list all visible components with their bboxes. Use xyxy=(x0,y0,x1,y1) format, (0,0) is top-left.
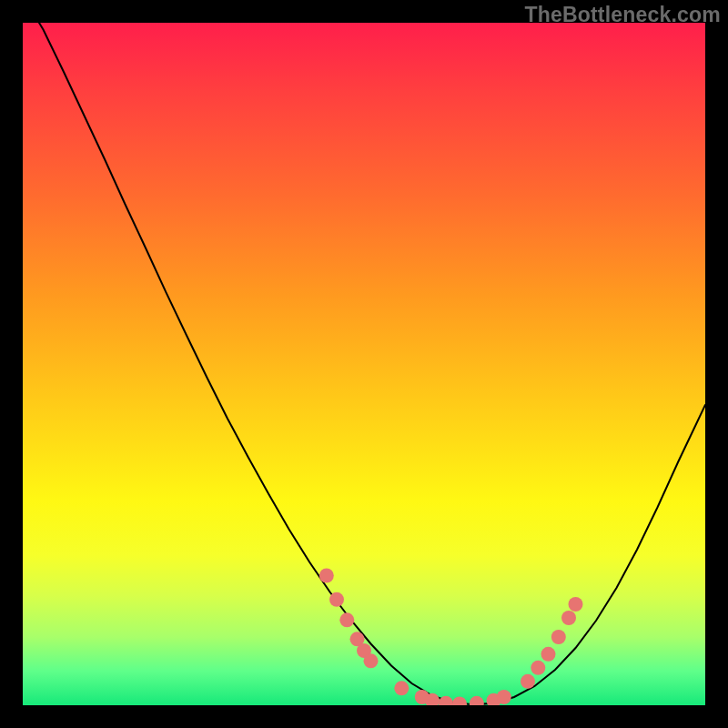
data-marker xyxy=(364,653,379,668)
data-marker xyxy=(497,690,511,704)
data-markers xyxy=(319,569,583,706)
data-marker xyxy=(339,612,354,627)
chart-svg xyxy=(23,23,705,705)
data-marker xyxy=(541,647,556,662)
data-marker xyxy=(319,569,334,583)
watermark-label: TheBottleneck.com xyxy=(524,3,721,27)
chart-plot-area xyxy=(23,23,705,705)
data-marker xyxy=(394,681,409,695)
data-marker xyxy=(531,661,545,675)
bottleneck-curve xyxy=(23,23,705,704)
data-marker xyxy=(439,696,453,705)
data-marker xyxy=(452,697,467,706)
data-marker xyxy=(569,597,583,612)
chart-frame: TheBottleneck.com xyxy=(0,0,728,728)
data-marker xyxy=(561,611,576,625)
data-marker xyxy=(551,630,566,644)
data-marker xyxy=(470,696,484,705)
data-marker xyxy=(329,592,344,607)
data-marker xyxy=(521,674,535,689)
